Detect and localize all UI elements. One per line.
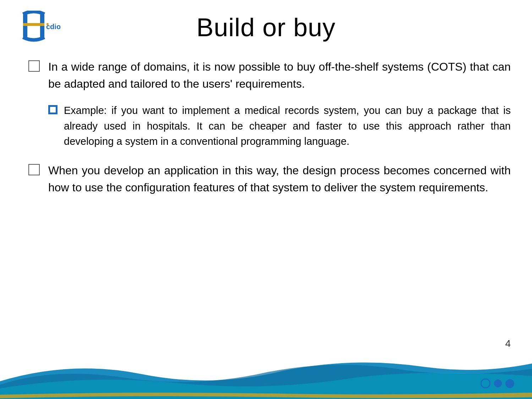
sub-text-1: Example: if you want to implement a medi… [64, 103, 511, 149]
checkbox-2 [28, 164, 40, 175]
bullet-text-1: In a wide range of domains, it is now po… [48, 58, 511, 92]
bullet-item-1: In a wide range of domains, it is now po… [28, 58, 511, 92]
slide-title: Build or buy [64, 13, 468, 42]
checkbox-1 [28, 60, 40, 72]
bottom-decoration [0, 353, 532, 399]
header: cdio Build or buy [21, 11, 511, 44]
circle-medium-1 [505, 379, 514, 388]
circle-outline-1 [481, 378, 490, 388]
title-area: Build or buy [64, 13, 511, 42]
sub-checkbox-1 [48, 105, 57, 114]
sub-bullet-item-1: Example: if you want to implement a medi… [48, 103, 511, 149]
svg-rect-2 [23, 23, 44, 26]
bullet-item-2: When you develop an application in this … [28, 162, 511, 196]
cdio-logo: cdio [21, 11, 60, 43]
svg-point-4 [46, 23, 49, 25]
logo-area: cdio [21, 11, 64, 44]
circle-filled-1 [494, 379, 502, 387]
bullet-text-2: When you develop an application in this … [48, 162, 511, 196]
content: In a wide range of domains, it is now po… [21, 58, 511, 196]
page-number: 4 [505, 338, 511, 349]
bottom-circles [481, 378, 514, 388]
slide: cdio Build or buy In a wide range of dom… [0, 0, 532, 399]
